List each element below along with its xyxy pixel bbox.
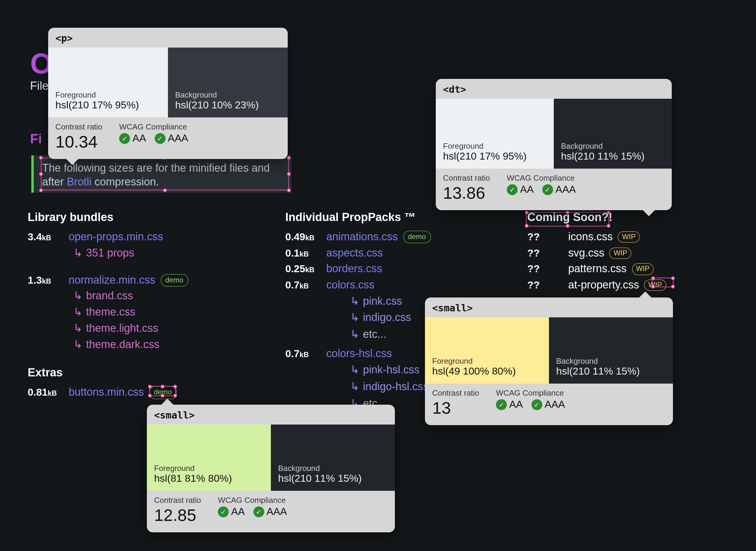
unknown-size: ?? xyxy=(527,246,560,261)
check-icon: ✓ xyxy=(119,133,130,144)
background-swatch: Background hsl(210 11% 15%) xyxy=(554,99,672,169)
file-link-theme-dark[interactable]: ↳theme.dark.css xyxy=(73,337,268,353)
file-link-patterns[interactable]: patterns.css xyxy=(568,263,627,275)
arrow-return-icon: ↳ xyxy=(350,379,359,396)
tooltip-tag: <small> xyxy=(147,405,395,425)
heading-proppacks: Individual PropPacks ™ xyxy=(285,211,526,224)
demo-badge[interactable]: demo xyxy=(403,230,431,243)
tooltip-tag: <p> xyxy=(48,28,288,48)
file-link-buttons[interactable]: buttons.min.css xyxy=(69,386,144,398)
swatch-label: Background xyxy=(175,90,280,99)
file-link-brand[interactable]: ↳brand.css xyxy=(73,288,268,305)
file-link-borders[interactable]: borders.css xyxy=(326,261,382,277)
contrast-tooltip-small-green: <small> Foreground hsl(81 81% 80%) Backg… xyxy=(147,405,395,532)
tooltip-arrow-icon xyxy=(66,159,78,165)
swatch-value: hsl(49 100% 80%) xyxy=(432,366,542,378)
size-label: 1.3kB xyxy=(28,273,60,288)
contrast-tooltip-p: <p> Foreground hsl(210 17% 95%) Backgrou… xyxy=(48,28,288,159)
check-icon: ✓ xyxy=(154,133,165,144)
size-label: 0.7kB xyxy=(285,278,318,293)
background-swatch: Background hsl(210 10% 23%) xyxy=(168,48,288,117)
swatch-label: Background xyxy=(561,141,665,150)
foreground-swatch: Foreground hsl(81 81% 80%) xyxy=(147,425,271,491)
file-link-colors-hsl[interactable]: colors-hsl.css xyxy=(326,346,392,361)
file-link-at-property[interactable]: at-property.css xyxy=(568,279,639,291)
contrast-ratio-value: 13.86 xyxy=(443,184,490,203)
wip-badge: WIP xyxy=(644,280,666,291)
foreground-swatch: Foreground hsl(210 17% 95%) xyxy=(48,48,168,117)
contrast-ratio-label: Contrast ratio xyxy=(443,173,490,182)
check-icon: ✓ xyxy=(542,184,553,195)
swatch-value: hsl(210 11% 15%) xyxy=(561,150,665,162)
size-label: 3.4kB xyxy=(28,230,60,245)
tooltip-arrow-icon xyxy=(161,399,173,405)
wcag-label: WCAG Compliance xyxy=(507,173,576,182)
arrow-return-icon: ↳ xyxy=(350,362,359,379)
file-link-aspects[interactable]: aspects.css xyxy=(326,245,383,260)
wip-badge: WIP xyxy=(609,247,631,259)
unknown-size: ?? xyxy=(527,278,560,293)
contrast-ratio-label: Contrast ratio xyxy=(55,122,102,131)
file-link-theme-light[interactable]: ↳theme.light.css xyxy=(73,321,268,337)
size-label: 0.49kB xyxy=(285,230,318,245)
callout-link-brotli[interactable]: Brotli xyxy=(67,176,91,188)
swatch-label: Foreground xyxy=(55,90,161,99)
file-link-theme[interactable]: ↳theme.css xyxy=(73,305,268,321)
contrast-tooltip-small-yellow: <small> Foreground hsl(49 100% 80%) Back… xyxy=(425,298,673,425)
callout-text-after: compression. xyxy=(91,176,159,188)
wcag-aaa: ✓AAA xyxy=(542,184,576,196)
swatch-value: hsl(81 81% 80%) xyxy=(154,473,264,485)
wcag-aa: ✓AA xyxy=(119,132,146,144)
sub-count: ↳351 props xyxy=(73,245,268,261)
background-swatch: Background hsl(210 11% 15%) xyxy=(549,317,673,384)
section-heading: Fi xyxy=(30,131,42,147)
tooltip-tag: <small> xyxy=(425,298,673,317)
check-icon: ✓ xyxy=(496,399,507,410)
arrow-return-icon: ↳ xyxy=(73,337,82,353)
wcag-label: WCAG Compliance xyxy=(496,389,565,398)
check-icon: ✓ xyxy=(531,399,542,410)
foreground-swatch: Foreground hsl(210 17% 95%) xyxy=(436,99,554,169)
wcag-aaa: ✓AAA xyxy=(531,399,565,411)
file-link-svg[interactable]: svg.css xyxy=(568,246,604,258)
check-icon: ✓ xyxy=(218,506,229,517)
file-link-icons[interactable]: icons.css xyxy=(568,230,613,243)
wcag-label: WCAG Compliance xyxy=(119,122,188,131)
swatch-value: hsl(210 11% 15%) xyxy=(556,366,666,378)
contrast-tooltip-dt: <dt> Foreground hsl(210 17% 95%) Backgro… xyxy=(436,79,672,210)
file-link-open-props[interactable]: open-props.min.css xyxy=(69,229,163,244)
swatch-value: hsl(210 11% 15%) xyxy=(278,473,388,485)
swatch-label: Foreground xyxy=(443,141,547,150)
swatch-label: Foreground xyxy=(432,357,542,366)
file-link-colors[interactable]: colors.css xyxy=(326,277,374,293)
foreground-swatch: Foreground hsl(49 100% 80%) xyxy=(425,317,549,384)
contrast-ratio-label: Contrast ratio xyxy=(154,496,201,505)
swatch-value: hsl(210 10% 23%) xyxy=(175,99,280,111)
heading-library-bundles: Library bundles xyxy=(28,211,268,224)
wcag-aa: ✓AA xyxy=(507,184,534,196)
wcag-aaa: ✓AAA xyxy=(253,506,287,518)
wcag-aa: ✓AA xyxy=(218,506,245,518)
contrast-ratio-label: Contrast ratio xyxy=(432,389,479,398)
tooltip-arrow-icon xyxy=(639,292,651,298)
size-label: 0.25kB xyxy=(285,262,318,277)
swatch-label: Background xyxy=(278,464,388,473)
file-link-animations[interactable]: animations.css xyxy=(326,230,398,243)
wcag-label: WCAG Compliance xyxy=(218,496,287,505)
arrow-return-icon: ↳ xyxy=(350,293,359,310)
size-label: 0.81kB xyxy=(28,386,60,401)
tooltip-tag: <dt> xyxy=(436,79,672,99)
unknown-size: ?? xyxy=(527,262,560,277)
file-link-normalize[interactable]: normalize.min.css xyxy=(69,274,155,286)
demo-badge[interactable]: demo xyxy=(160,274,188,287)
arrow-return-icon: ↳ xyxy=(73,305,82,321)
contrast-ratio-value: 13 xyxy=(432,399,479,418)
page-subtitle: File xyxy=(30,79,48,93)
heading-coming-soon: Coming Soon?! xyxy=(527,211,708,224)
demo-badge[interactable]: demo xyxy=(149,386,177,399)
size-label: 0.1kB xyxy=(285,246,318,261)
arrow-return-icon: ↳ xyxy=(73,288,82,305)
contrast-ratio-value: 10.34 xyxy=(55,132,102,152)
heading-extras: Extras xyxy=(28,367,268,380)
wcag-aa: ✓AA xyxy=(496,399,523,411)
